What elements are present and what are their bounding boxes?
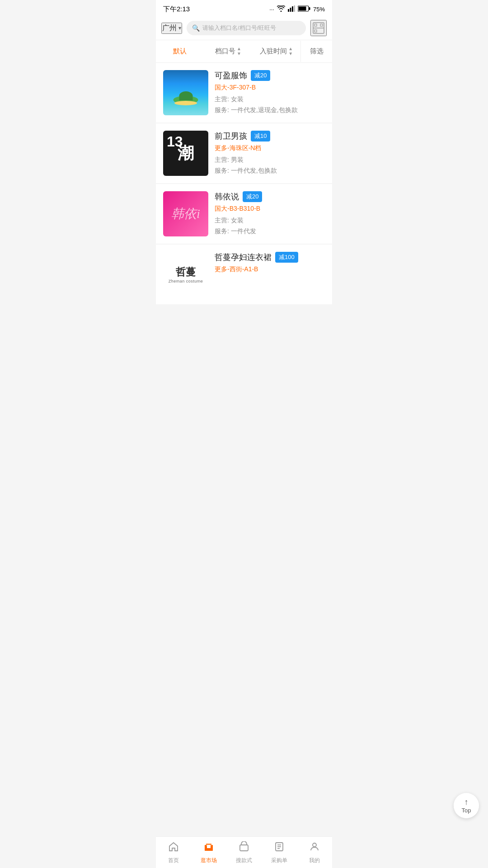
store-location-2: 更多-海珠区-N档 [215, 144, 325, 152]
filter-default[interactable]: 默认 [156, 41, 204, 62]
store-avatar-4: 哲蔓 Zheman costume [163, 252, 208, 297]
svg-rect-11 [314, 30, 317, 32]
battery-icon [298, 5, 310, 13]
store-info-1: 可盈服饰 减20 国大-3F-307-B 主营: 女装 服务: 一件代发,退现金… [215, 70, 325, 114]
store-avatar-3: 韩依i [163, 191, 208, 236]
store-name-4: 哲蔓孕妇连衣裙 [215, 252, 272, 263]
store-avatar-1 [163, 70, 208, 115]
svg-rect-10 [320, 24, 323, 26]
discount-badge-1: 减20 [251, 70, 270, 81]
status-icons: ··· 75% [269, 5, 325, 13]
header: 广州 ▾ 🔍 请输入档口名/档口号/旺旺号 [156, 16, 332, 40]
discount-badge-3: 减20 [243, 191, 262, 202]
store-name-row-3: 韩依说 减20 [215, 191, 325, 202]
filter-screen[interactable]: 筛选 [300, 41, 332, 62]
chevron-down-icon: ▾ [178, 25, 181, 31]
store-main-business-3: 主营: 女装 [215, 217, 325, 225]
store-list: 可盈服饰 减20 国大-3F-307-B 主营: 女装 服务: 一件代发,退现金… [156, 63, 332, 341]
store-info-4: 哲蔓孕妇连衣裙 减100 更多-西街-A1-B [215, 252, 325, 277]
search-bar[interactable]: 🔍 请输入档口名/档口号/旺旺号 [187, 21, 306, 35]
filter-booth-label: 档口号 [215, 47, 235, 56]
svg-rect-2 [292, 6, 293, 12]
store-service-1: 服务: 一件代发,退现金,包换款 [215, 106, 325, 114]
store-card-3[interactable]: 韩依i 韩依说 减20 国大-B3-B310-B 主营: 女装 服务: 一件代发 [156, 184, 332, 244]
store-card-4[interactable]: 哲蔓 Zheman costume 哲蔓孕妇连衣裙 减100 更多-西街-A1-… [156, 245, 332, 304]
store-location-3: 国大-B3-B310-B [215, 205, 325, 213]
discount-badge-4: 减100 [275, 252, 298, 263]
store-main-business-1: 主营: 女装 [215, 95, 325, 104]
store-name-row-2: 前卫男孩 减10 [215, 131, 325, 142]
store-card-1[interactable]: 可盈服饰 减20 国大-3F-307-B 主营: 女装 服务: 一件代发,退现金… [156, 63, 332, 123]
location-button[interactable]: 广州 ▾ [161, 23, 182, 34]
svg-rect-0 [288, 9, 289, 12]
store-name-2: 前卫男孩 [215, 131, 247, 142]
svg-rect-9 [314, 24, 317, 26]
store-location-1: 国大-3F-307-B [215, 84, 325, 92]
filter-screen-label: 筛选 [310, 47, 324, 56]
store-info-3: 韩依说 减20 国大-B3-B310-B 主营: 女装 服务: 一件代发 [215, 191, 325, 236]
store-name-row-4: 哲蔓孕妇连衣裙 减100 [215, 252, 325, 263]
status-bar: 下午2:13 ··· 75% [156, 0, 332, 16]
dots-icon: ··· [269, 6, 274, 13]
svg-rect-6 [298, 6, 306, 10]
store-avatar-2: 13 潮 [163, 131, 208, 176]
store-main-business-2: 主营: 男装 [215, 156, 325, 164]
search-placeholder: 请输入档口名/档口号/旺旺号 [202, 24, 276, 32]
signal-icon [288, 5, 295, 13]
status-time: 下午2:13 [163, 5, 190, 14]
store-location-4: 更多-西街-A1-B [215, 265, 325, 274]
store-name-row-1: 可盈服饰 减20 [215, 70, 325, 81]
discount-badge-2: 减10 [251, 131, 270, 142]
sort-arrows-time: ▲▼ [288, 47, 293, 56]
scan-button[interactable] [310, 20, 327, 36]
store-service-2: 服务: 一件代发,包换款 [215, 167, 325, 175]
store-info-2: 前卫男孩 减10 更多-海珠区-N档 主营: 男装 服务: 一件代发,包换款 [215, 131, 325, 175]
store-name-3: 韩依说 [215, 191, 239, 202]
scan-icon [313, 22, 324, 34]
filter-bar: 默认 档口号 ▲▼ 入驻时间 ▲▼ 筛选 [156, 40, 332, 63]
location-label: 广州 [162, 24, 177, 33]
filter-time[interactable]: 入驻时间 ▲▼ [252, 40, 300, 62]
svg-rect-5 [309, 7, 310, 10]
filter-default-label: 默认 [173, 47, 187, 56]
store-service-3: 服务: 一件代发 [215, 227, 325, 236]
filter-booth[interactable]: 档口号 ▲▼ [204, 40, 253, 62]
search-icon: 🔍 [192, 24, 200, 32]
sort-arrows-booth: ▲▼ [237, 47, 241, 56]
svg-rect-3 [294, 5, 295, 12]
battery-percent: 75% [313, 6, 325, 13]
svg-rect-1 [290, 8, 291, 12]
store-card-2[interactable]: 13 潮 前卫男孩 减10 更多-海珠区-N档 主营: 男装 服务: 一件代发,… [156, 123, 332, 183]
wifi-icon [277, 5, 285, 13]
store-name-1: 可盈服饰 [215, 70, 247, 81]
filter-time-label: 入驻时间 [260, 47, 287, 56]
